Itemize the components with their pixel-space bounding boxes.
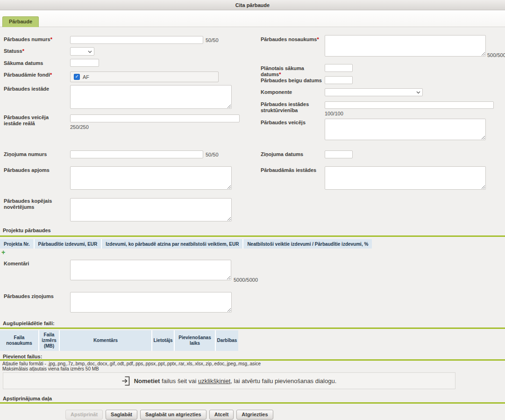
file-import-icon [122,376,130,386]
column-header: Projekta Nr. [0,239,35,249]
chevron-down-icon [416,91,420,94]
tab-strip-divider [0,27,505,27]
field-label: Pārbaudes numurs* [4,36,68,43]
save-button[interactable]: Saglabāt [106,410,137,420]
column-header: Faila izmērs (MB) [39,330,60,351]
required-marker: * [50,36,52,42]
section-heading-pievienot-failus: Pievienot failus: [3,354,42,359]
zinojuma-datums-input[interactable] [325,150,353,158]
field-label: Pārbaudes veicējs [261,120,324,126]
field-label: Statuss* [4,48,68,54]
field-label: Pārbaudes iestāde [4,86,68,92]
column-header: Pārbaudītie izdevumi, EUR [35,239,102,249]
return-button[interactable]: Atgriezties [236,410,273,420]
section-divider [0,359,505,361]
approve-button[interactable]: Apstiprināt [65,410,103,420]
section-divider [0,327,505,329]
section-divider [0,402,505,404]
parbaudes-iestade-textarea[interactable] [70,85,232,109]
max-file-size-text: Maksimālais atļautais viena faila izmērs… [2,366,99,372]
parbaudes-zinojums-textarea[interactable] [70,292,232,313]
action-buttons: Apstiprināt Saglabāt Saglabāt un atgriez… [65,410,273,420]
sakuma-datums-input[interactable] [70,59,99,67]
tab-strip [0,10,505,27]
column-header: Pievienošanas laiks [175,330,216,351]
section-heading-augsupieladetie-faili: Augšupielādētie faili: [3,320,55,326]
add-project-row-icon[interactable]: + [1,249,5,255]
column-header: Darbības [216,330,238,351]
parbaudamie-fondi-group: AF [70,71,219,82]
field-label: Pārbaudes kopējais novērtējums [4,198,64,210]
parbaudes-nosaukums-textarea[interactable] [325,35,486,57]
field-label: Pārbaudes nosaukums* [261,36,324,43]
save-and-return-button[interactable]: Saglabāt un atgriezties [140,410,206,420]
window-titlebar: Cita pārbaude [0,0,505,10]
af-checkbox[interactable] [74,74,80,80]
open-file-dialog-link[interactable]: uzklikšķiniet [198,377,230,384]
column-header: Komentārs [60,330,152,351]
field-label: Sākuma datums [4,60,68,66]
other-inspection-form-page: Cita pārbaude Pārbaude Pārbaudes numurs*… [0,0,505,420]
section-divider [0,235,505,237]
tab-parbaude[interactable]: Pārbaude [2,16,39,27]
required-marker: * [50,72,52,78]
file-dropzone[interactable]: Nometiet failus šeit vai uzklikšķiniet, … [3,372,455,389]
chevron-down-icon [88,50,92,53]
parbaudamas-iestades-textarea[interactable] [325,166,486,190]
char-counter: 5000/5000 [234,277,258,283]
field-label: Pārbaudes ziņojums [4,293,68,299]
field-label: Komentāri [4,261,68,267]
projects-table-header: Projekta Nr. Pārbaudītie izdevumi, EUR I… [0,239,372,249]
parbaudes-veicejs-textarea[interactable] [325,119,486,140]
parbaudes-numurs-input[interactable] [70,36,203,44]
section-heading-apstiprinajuma-dala: Apstiprinājuma daļa [3,396,52,401]
parbaudes-veiceja-iestade-reala-input[interactable] [70,114,240,122]
field-label: Ziņojuma numurs [4,151,68,157]
field-label: Pārbaudes beigu datums [261,78,324,84]
field-label: Pārbaudāmie fondi* [4,72,68,78]
char-counter: 100/100 [325,111,343,116]
field-label: Komponente [261,89,324,95]
column-header: Lietotājs [152,330,175,351]
komponente-select[interactable] [325,88,423,96]
statuss-select[interactable] [70,47,94,56]
field-label: Plānotais sākuma datums* [261,65,324,78]
column-header: Neatbilstoši veiktie izdevumi / Pārbaudī… [243,239,372,249]
required-marker: * [22,48,24,54]
parbaudes-iestades-strukturvieniba-input[interactable] [325,101,494,109]
field-label: Pārbaudes iestādes struktūrvienība [261,101,321,114]
field-label: Pārbaudes apjoms [4,167,68,173]
required-marker: * [317,36,319,42]
cancel-button[interactable]: Atcelt [209,410,234,420]
field-label: Ziņojuma datums [261,151,324,157]
dropzone-text: Nometiet failus šeit vai uzklikšķiniet, … [134,377,337,384]
page-title: Cita pārbaude [235,2,270,8]
char-counter: 250/250 [70,124,89,130]
section-heading-projektu-parbaudes: Projektu pārbaudes [3,228,51,233]
af-checkbox-label: AF [83,74,89,80]
column-header: Izdevumi, ko pārbaudē atzina par neatbil… [102,239,243,249]
planotais-sakuma-datums-input[interactable] [325,64,353,72]
files-table-header: Faila nosaukums Faila izmērs (MB) Koment… [0,330,238,351]
zinojuma-numurs-input[interactable] [70,150,203,158]
parbaudes-kopejais-novertejums-textarea[interactable] [70,198,232,221]
parbaudes-apjoms-textarea[interactable] [70,166,232,190]
char-counter: 50/50 [206,37,219,43]
field-label: Pārbaudes veicēja iestāde reālā [4,114,64,127]
required-marker: * [279,71,281,77]
char-counter: 50/50 [206,152,219,157]
column-header: Faila nosaukums [0,330,39,351]
parbaudes-beigu-datums-input[interactable] [325,76,353,84]
char-counter: 500/500 [487,52,505,58]
komentari-textarea[interactable] [70,260,231,280]
field-label: Pārbaudāmās iestādes [261,167,324,173]
